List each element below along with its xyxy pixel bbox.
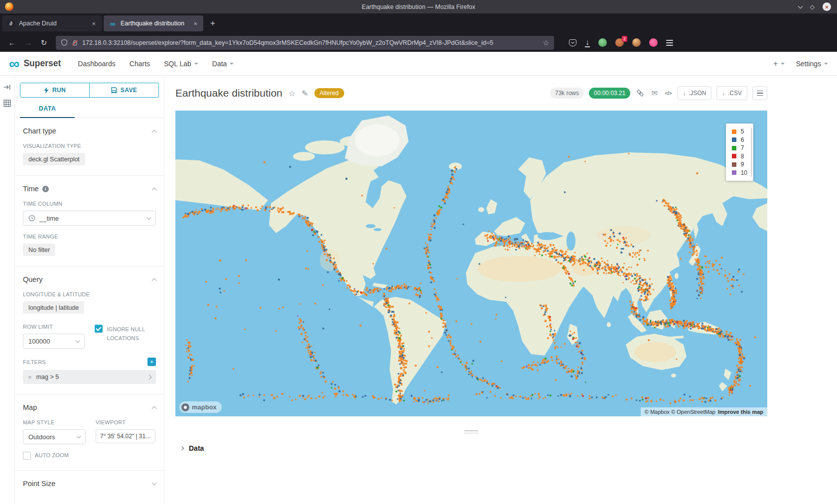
- tab-close-icon[interactable]: ×: [91, 20, 97, 27]
- viz-type-pill[interactable]: deck.gl Scatterplot: [23, 153, 85, 165]
- legend-color-swatch: [732, 146, 736, 150]
- map-style-select[interactable]: Outdoors: [23, 429, 86, 444]
- tab-title: Earthquake distribution: [121, 20, 188, 27]
- add-new-button[interactable]: +: [773, 59, 785, 68]
- legend-item[interactable]: 8: [732, 152, 747, 161]
- forward-icon[interactable]: →: [21, 36, 35, 50]
- section-header[interactable]: Point Size: [23, 480, 156, 488]
- url-bar[interactable]: 172.18.0.3:32108/superset/explore/?form_…: [56, 36, 554, 50]
- map-legend[interactable]: 5678910: [726, 124, 753, 181]
- bookmark-star-icon[interactable]: ☆: [543, 39, 549, 47]
- add-filter-button[interactable]: +: [147, 358, 156, 366]
- remove-filter-icon[interactable]: ×: [28, 374, 32, 381]
- chevron-right-icon: [180, 446, 184, 450]
- legend-item[interactable]: 5: [732, 127, 747, 136]
- section-header[interactable]: Timei: [23, 185, 156, 193]
- export-json-button[interactable]: ↓ .JSON: [678, 86, 712, 100]
- legend-item[interactable]: 7: [732, 144, 747, 152]
- browser-tab-earthquake-distribution[interactable]: ∞ Earthquake distribution ×: [104, 15, 203, 31]
- export-csv-button[interactable]: ↓ .CSV: [716, 86, 747, 100]
- row-limit-select[interactable]: 100000: [23, 334, 85, 349]
- mapbox-logo-icon: [181, 403, 189, 411]
- tab-data[interactable]: DATA: [20, 105, 75, 118]
- chart-header: Earthquake distribution ☆ ✎ Altered 73k …: [175, 76, 767, 111]
- data-panel-toggle[interactable]: Data: [175, 440, 767, 456]
- checkbox-label: IGNORE NULL LOCATIONS: [107, 325, 156, 343]
- druid-favicon-icon: ∂: [7, 19, 15, 27]
- control-label: LONGITUDE & LATITUDE: [23, 291, 156, 297]
- window-minimize-icon[interactable]: [798, 3, 803, 8]
- downloads-icon[interactable]: ↓: [585, 38, 590, 47]
- save-button[interactable]: SAVE: [90, 83, 159, 98]
- deckgl-scatter-map[interactable]: 5678910 mapbox © Mapbox © OpenStreetMap …: [175, 111, 767, 416]
- chevron-down-icon: [824, 63, 828, 65]
- legend-label: 8: [741, 153, 744, 160]
- section-header[interactable]: Query: [23, 275, 156, 283]
- run-button[interactable]: RUN: [20, 83, 90, 98]
- browser-menu-icon[interactable]: [666, 42, 673, 43]
- world-map[interactable]: [175, 111, 767, 416]
- auto-zoom-checkbox[interactable]: [23, 452, 31, 460]
- altered-badge[interactable]: Altered: [314, 88, 344, 98]
- dataset-grid-icon[interactable]: [3, 100, 11, 107]
- control-label: ROW LIMIT: [23, 324, 85, 330]
- chevron-up-icon: [152, 130, 157, 135]
- chart-title: Earthquake distribution: [175, 87, 282, 99]
- url-text[interactable]: 172.18.0.3:32108/superset/explore/?form_…: [82, 39, 539, 46]
- edit-title-icon[interactable]: ✎: [301, 89, 308, 98]
- legend-item[interactable]: 6: [732, 136, 747, 144]
- chevron-down-icon: [230, 63, 234, 65]
- chart-menu-button[interactable]: [752, 86, 767, 100]
- embed-code-icon[interactable]: </>: [664, 90, 673, 96]
- section-header[interactable]: Map: [23, 403, 156, 411]
- tab-close-icon[interactable]: ×: [192, 20, 198, 27]
- window-maximize-icon[interactable]: ◇: [810, 4, 815, 10]
- superset-logo[interactable]: ∞ Superset: [9, 58, 61, 69]
- share-link-icon[interactable]: [635, 89, 645, 97]
- pocket-icon[interactable]: [569, 39, 576, 46]
- nav-item-data[interactable]: Data: [212, 60, 234, 68]
- extension-icon-badged[interactable]: 2: [615, 38, 624, 47]
- nav-item-charts[interactable]: Charts: [130, 60, 150, 68]
- mapbox-logo[interactable]: mapbox: [179, 401, 222, 413]
- legend-item[interactable]: 10: [732, 169, 747, 177]
- tracking-shield-icon[interactable]: [61, 39, 68, 46]
- email-icon[interactable]: ✉: [650, 89, 659, 98]
- control-label: VIEWPORT: [96, 419, 155, 425]
- panel-resize-handle[interactable]: [175, 430, 767, 433]
- download-icon: ↓: [683, 90, 686, 96]
- improve-map-link[interactable]: Improve this map: [718, 409, 763, 415]
- browser-tab-apache-druid[interactable]: ∂ Apache Druid ×: [2, 15, 102, 31]
- filter-pill[interactable]: × mag > 5: [23, 370, 156, 384]
- expand-panel-icon[interactable]: [3, 84, 11, 91]
- profile-avatar[interactable]: [632, 38, 641, 47]
- chevron-down-icon: [152, 480, 157, 485]
- window-close-icon[interactable]: ×: [823, 2, 831, 11]
- nav-item-sql-lab[interactable]: SQL Lab: [164, 60, 198, 68]
- settings-menu[interactable]: Settings: [796, 60, 828, 68]
- legend-color-swatch: [732, 137, 736, 142]
- chevron-right-icon: [147, 375, 152, 379]
- reload-icon[interactable]: ↻: [37, 36, 51, 50]
- attribution-text: © Mapbox © OpenStreetMap: [645, 409, 715, 415]
- legend-scrollbar[interactable]: [751, 127, 752, 177]
- lonlat-pill[interactable]: longitude | latitude: [23, 301, 84, 314]
- info-icon: i: [42, 186, 49, 192]
- viewport-input[interactable]: 7° 35' 54.02" | 31...: [96, 429, 155, 443]
- control-label: TIME COLUMN: [23, 201, 156, 207]
- extension-icon-green[interactable]: [598, 38, 607, 47]
- section-header[interactable]: Chart type: [23, 127, 156, 135]
- new-tab-button[interactable]: +: [205, 17, 220, 29]
- back-icon[interactable]: ←: [5, 36, 19, 50]
- favorite-star-icon[interactable]: ☆: [288, 89, 295, 98]
- legend-item[interactable]: 9: [732, 160, 747, 169]
- control-label: MAP STYLE: [23, 419, 86, 425]
- time-column-select[interactable]: __time: [23, 211, 156, 226]
- window-title: Earthquake distribution — Mozilla Firefo…: [0, 3, 837, 10]
- map-attribution: © Mapbox © OpenStreetMap Improve this ma…: [641, 407, 767, 416]
- time-range-pill[interactable]: No filter: [23, 244, 55, 256]
- insecure-lock-icon[interactable]: [72, 39, 78, 46]
- nav-item-dashboards[interactable]: Dashboards: [78, 60, 116, 68]
- extension-icon-pink[interactable]: [649, 38, 658, 47]
- ignore-null-checkbox[interactable]: [95, 325, 103, 333]
